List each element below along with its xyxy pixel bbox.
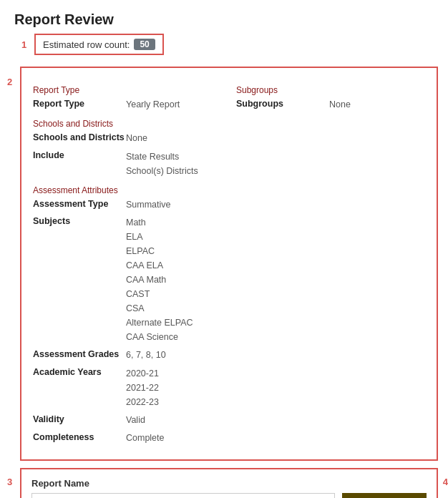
subject-cast: CAST (126, 287, 193, 301)
section-number-2: 2 (7, 77, 12, 87)
page-title: Report Review (14, 11, 434, 28)
assessment-type-value: Summative (126, 198, 171, 212)
report-type-value: Yearly Report (126, 98, 180, 112)
subject-alt-elpac: Alternate ELPAC (126, 316, 193, 330)
year-1: 2020-21 (126, 366, 159, 381)
assessment-type-row: Assessment Type Summative (33, 198, 222, 212)
report-type-row: Report Type Yearly Report (33, 98, 222, 112)
estimated-label: Estimated row count: (43, 39, 130, 50)
include-label: Include (33, 150, 126, 160)
year-3: 2022-23 (126, 395, 159, 409)
include-value-2: School(s) Districts (126, 164, 198, 178)
subject-csa: CSA (126, 301, 193, 316)
report-type-label: Report Type (33, 98, 126, 109)
subject-math: Math (126, 215, 193, 230)
create-report-button[interactable]: Create Report (342, 493, 427, 499)
report-type-section-label: Report Type (33, 85, 222, 95)
year-2: 2021-22 (126, 381, 159, 395)
completeness-row: Completeness Complete (33, 431, 222, 445)
left-column: Report Type Report Type Yearly Report Sc… (33, 78, 236, 449)
section-number-1: 1 (21, 39, 26, 50)
completeness-label: Completeness (33, 431, 126, 442)
header-section: Report Review 1 Estimated row count: 50 (0, 0, 448, 67)
validity-value: Valid (126, 414, 145, 427)
schools-section-label: Schools and Districts (33, 119, 222, 129)
subject-caa-math: CAA Math (126, 273, 193, 287)
include-values: State Results School(s) Districts (126, 150, 198, 178)
validity-row: Validity Valid (33, 414, 222, 427)
section-number-4: 4 (443, 477, 448, 487)
schools-value: None (126, 132, 147, 145)
subgroups-label: Subgroups (236, 98, 329, 109)
schools-row: Schools and Districts None (33, 132, 222, 145)
grades-value: 6, 7, 8, 10 (126, 348, 166, 362)
bottom-row: Create Report (31, 493, 427, 499)
include-value-1: State Results (126, 150, 198, 164)
page-container: Report Review 1 Estimated row count: 50 … (0, 0, 448, 498)
section-number-3: 3 (7, 477, 12, 487)
schools-label: Schools and Districts (33, 132, 126, 142)
report-name-input[interactable] (31, 493, 335, 499)
subject-caa-science: CAA Science (126, 330, 193, 344)
years-label: Academic Years (33, 366, 126, 377)
subjects-values: Math ELA ELPAC CAA ELA CAA Math CAST CSA… (126, 215, 193, 344)
bottom-box: Report Name Create Report (20, 468, 438, 499)
years-row: Academic Years 2020-21 2021-22 2022-23 (33, 366, 222, 409)
years-values: 2020-21 2021-22 2022-23 (126, 366, 159, 409)
subject-ela: ELA (126, 230, 193, 244)
grades-label: Assessment Grades (33, 348, 126, 359)
subjects-label: Subjects (33, 215, 126, 226)
main-section-wrapper: 2 Report Type Report Type Yearly Report … (20, 67, 438, 461)
subjects-row: Subjects Math ELA ELPAC CAA ELA CAA Math… (33, 215, 222, 344)
subgroups-row: Subgroups None (236, 98, 425, 112)
report-name-label: Report Name (31, 478, 427, 489)
assessment-type-label: Assessment Type (33, 198, 126, 209)
include-row: Include State Results School(s) District… (33, 150, 222, 178)
bottom-section-wrapper: 3 4 Report Name Create Report (20, 468, 438, 499)
row-count-badge: 50 (134, 39, 155, 50)
completeness-value: Complete (126, 431, 165, 445)
subgroups-section-label: Subgroups (236, 85, 425, 95)
subject-elpac: ELPAC (126, 244, 193, 258)
grades-row: Assessment Grades 6, 7, 8, 10 (33, 348, 222, 362)
subject-caa-ela: CAA ELA (126, 258, 193, 273)
subgroups-value: None (329, 98, 351, 112)
validity-label: Validity (33, 414, 126, 424)
assessment-section-label: Assessment Attributes (33, 185, 222, 195)
review-box: Report Type Report Type Yearly Report Sc… (20, 67, 438, 461)
two-col-layout: Report Type Report Type Yearly Report Sc… (33, 78, 425, 449)
right-column: Subgroups Subgroups None (236, 78, 425, 449)
